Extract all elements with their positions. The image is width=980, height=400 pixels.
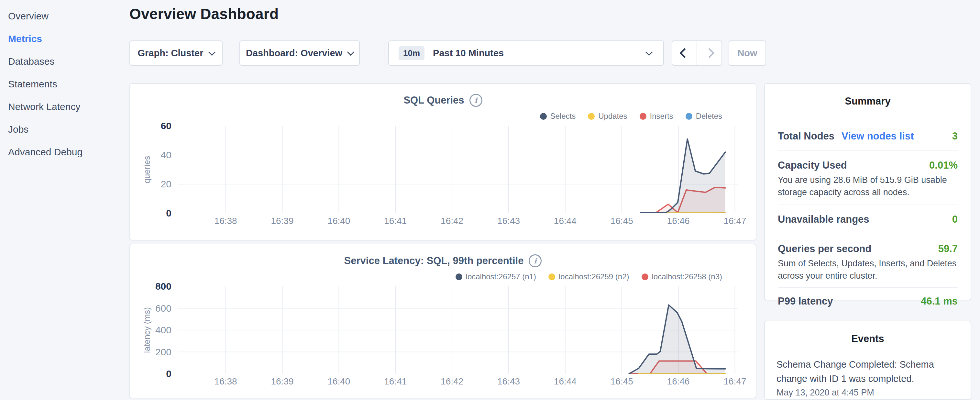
x-tick-label: 16:42 xyxy=(441,216,463,226)
graph-source-dropdown[interactable]: Graph: Cluster xyxy=(129,40,223,66)
y-tick-label: 400 xyxy=(155,325,172,336)
chart-plot-area xyxy=(178,287,738,374)
sidebar-item-databases[interactable]: Databases xyxy=(8,52,54,71)
x-tick-label: 16:47 xyxy=(724,216,746,226)
legend-label: Updates xyxy=(598,112,627,121)
toolbar-divider xyxy=(384,40,384,66)
series-area xyxy=(640,139,725,214)
now-button[interactable]: Now xyxy=(729,40,766,66)
chart-canvas xyxy=(178,287,738,374)
chevron-right-icon xyxy=(704,48,714,58)
time-prev-button[interactable] xyxy=(672,41,697,65)
divider xyxy=(778,150,958,151)
x-tick-label: 16:45 xyxy=(611,216,633,226)
y-tick-label: 20 xyxy=(161,178,172,190)
legend-dot-icon xyxy=(640,113,646,120)
events-panel: Events Schema Change Completed: Schema c… xyxy=(764,321,971,400)
series-area xyxy=(629,305,725,374)
sql-queries-chart-card: SQL Queries i SelectsUpdatesInsertsDelet… xyxy=(129,83,756,241)
x-tick-label: 16:43 xyxy=(497,376,520,387)
summary-row-queries-per-second: Queries per second 59.7 xyxy=(778,243,958,255)
x-tick-label: 16:46 xyxy=(667,376,690,387)
x-tick-label: 16:38 xyxy=(215,216,237,226)
legend-dot-icon xyxy=(455,274,462,280)
x-tick-label: 16:38 xyxy=(215,376,237,387)
legend-label: Inserts xyxy=(650,112,673,121)
legend-label: Deletes xyxy=(696,112,722,121)
y-tick-label: 0 xyxy=(166,208,172,219)
sidebar-item-overview[interactable]: Overview xyxy=(8,6,49,26)
legend-dot-icon xyxy=(588,113,595,120)
summary-row-p99-latency: P99 latency 46.1 ms xyxy=(778,295,958,307)
legend-item: localhost:26258 (n3) xyxy=(641,272,722,281)
time-range-dropdown[interactable]: 10m Past 10 Minutes xyxy=(388,40,664,66)
summary-value: 0 xyxy=(952,214,958,225)
summary-description: You are using 28.6 MiB of 515.9 GiB usab… xyxy=(778,174,958,199)
divider xyxy=(778,234,958,234)
x-tick-label: 16:40 xyxy=(328,216,350,226)
x-tick-label: 16:41 xyxy=(384,376,407,387)
sidebar-item-metrics[interactable]: Metrics xyxy=(8,29,42,49)
y-tick-label: 60 xyxy=(161,120,172,131)
x-tick-label: 16:42 xyxy=(441,376,463,387)
x-axis-ticks: 16:3816:3916:4016:4116:4216:4316:4416:45… xyxy=(178,216,738,228)
summary-label: Unavailable ranges xyxy=(778,214,869,225)
summary-value: 46.1 ms xyxy=(921,295,958,307)
summary-row-total-nodes: Total Nodes View nodes list 3 xyxy=(778,131,958,142)
summary-panel: Summary Total Nodes View nodes list 3 Ca… xyxy=(764,83,971,300)
divider xyxy=(778,204,958,205)
time-range-badge: 10m xyxy=(399,46,425,60)
legend-dot-icon xyxy=(549,274,555,280)
legend-dot-icon xyxy=(686,113,692,120)
summary-value: 3 xyxy=(952,131,958,142)
time-next-button[interactable] xyxy=(697,41,721,65)
chart-plot-area xyxy=(178,126,738,213)
service-latency-chart-card: Service Latency: SQL, 99th percentile i … xyxy=(129,244,756,398)
summary-value: 59.7 xyxy=(938,243,958,255)
sidebar-item-advanced-debug[interactable]: Advanced Debug xyxy=(8,142,83,162)
dashboard-dropdown[interactable]: Dashboard: Overview xyxy=(239,40,360,66)
legend-item: Selects xyxy=(540,112,576,121)
page-title: Overview Dashboard xyxy=(129,5,278,23)
legend-item: Updates xyxy=(588,112,627,121)
summary-row-unavailable-ranges: Unavailable ranges 0 xyxy=(778,214,958,225)
x-tick-label: 16:45 xyxy=(611,376,633,387)
event-item[interactable]: Schema Change Completed: Schema change w… xyxy=(776,358,959,386)
x-tick-label: 16:44 xyxy=(554,376,576,387)
sidebar-item-statements[interactable]: Statements xyxy=(8,75,57,94)
y-axis-ticks: 0204060 xyxy=(130,126,172,213)
summary-label: P99 latency xyxy=(778,295,833,307)
x-tick-label: 16:44 xyxy=(554,216,576,226)
chevron-down-icon xyxy=(208,48,215,56)
event-timestamp: May 13, 2020 at 4:45 PM xyxy=(776,388,959,398)
view-nodes-list-link[interactable]: View nodes list xyxy=(842,131,914,142)
sidebar-item-network-latency[interactable]: Network Latency xyxy=(8,97,80,116)
y-tick-label: 800 xyxy=(155,281,172,292)
legend-dot-icon xyxy=(540,113,547,120)
summary-title: Summary xyxy=(778,96,958,107)
info-icon[interactable]: i xyxy=(529,254,542,267)
summary-row-capacity-used: Capacity Used 0.01% xyxy=(778,159,958,171)
summary-value: 0.01% xyxy=(929,159,958,171)
divider xyxy=(778,287,958,288)
x-tick-label: 16:40 xyxy=(328,376,350,387)
chart-title: Service Latency: SQL, 99th percentile xyxy=(344,255,524,267)
summary-label: Capacity Used xyxy=(778,159,847,171)
chart-canvas xyxy=(178,126,738,213)
legend-item: Inserts xyxy=(640,112,673,121)
y-tick-label: 200 xyxy=(155,347,172,358)
y-tick-label: 600 xyxy=(155,303,172,314)
y-axis-ticks: 0200400600800 xyxy=(130,287,172,374)
summary-label: Total Nodes xyxy=(778,131,834,142)
x-tick-label: 16:46 xyxy=(667,216,690,226)
info-icon[interactable]: i xyxy=(469,94,482,107)
x-axis-ticks: 16:3816:3916:4016:4116:4216:4316:4416:45… xyxy=(178,376,738,388)
legend-label: localhost:26257 (n1) xyxy=(466,272,536,281)
sidebar-item-jobs[interactable]: Jobs xyxy=(8,120,29,139)
legend-item: localhost:26259 (n2) xyxy=(549,272,629,281)
legend-label: Selects xyxy=(550,112,576,121)
events-title: Events xyxy=(776,333,959,345)
summary-description: Sum of Selects, Updates, Inserts, and De… xyxy=(778,257,958,282)
x-tick-label: 16:43 xyxy=(497,216,520,226)
x-tick-label: 16:47 xyxy=(724,376,746,387)
